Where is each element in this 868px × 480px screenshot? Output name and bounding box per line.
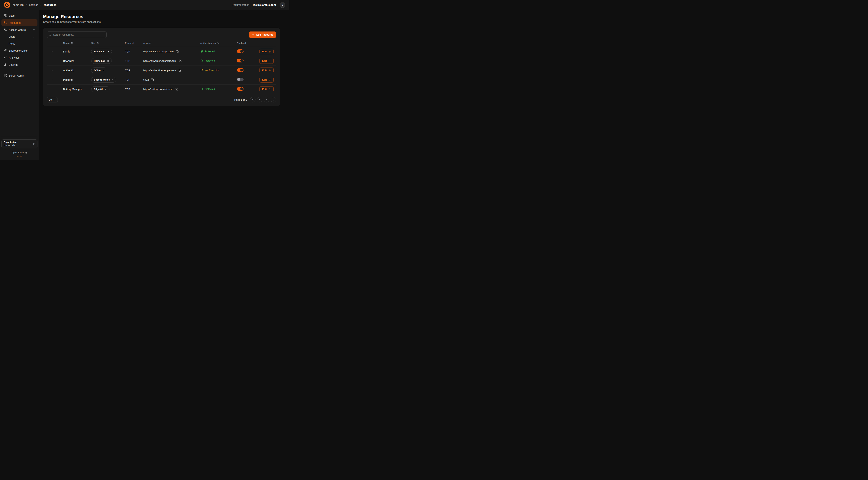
row-menu-button[interactable]	[50, 50, 54, 54]
column-header-enabled: Enabled	[237, 42, 264, 44]
app-logo[interactable]	[4, 2, 10, 8]
shield-off-icon	[200, 69, 203, 71]
add-resource-button[interactable]: Add Resource	[249, 31, 276, 38]
organization-value: Home Lab	[4, 144, 17, 147]
page-size-select[interactable]: 20	[47, 97, 58, 102]
sort-icon	[71, 42, 73, 44]
copy-icon[interactable]	[176, 50, 179, 53]
chevron-right-icon	[33, 35, 35, 38]
row-menu-button[interactable]	[50, 87, 54, 91]
column-header-site[interactable]: Site	[91, 42, 125, 44]
last-page-button[interactable]	[271, 97, 276, 102]
arrow-right-icon	[268, 69, 271, 72]
site-name: Home Lab	[94, 50, 105, 53]
external-link-icon	[25, 152, 27, 154]
column-label: Authentication	[200, 42, 216, 44]
open-source-link[interactable]: Open Source	[1, 151, 37, 154]
sidebar-item-label: Shareable Links	[9, 49, 28, 52]
site-name: Edge 01	[94, 88, 103, 90]
breadcrumb-settings[interactable]: settings	[29, 3, 38, 6]
site-link-button[interactable]: Home Lab	[91, 49, 112, 54]
arrow-right-icon	[268, 60, 271, 62]
page-title: Manage Resources	[43, 14, 280, 19]
edit-button[interactable]: Edit	[259, 49, 274, 54]
protocol-value: TCP	[125, 50, 143, 53]
sidebar-item-settings[interactable]: Settings	[1, 61, 37, 68]
row-menu-button[interactable]	[50, 68, 54, 72]
site-name: Home Lab	[94, 60, 105, 62]
sidebar-item-label: Users	[8, 35, 16, 38]
row-menu-button[interactable]	[50, 78, 54, 82]
sidebar-item-shareable-links[interactable]: Shareable Links	[1, 47, 37, 54]
organization-selector[interactable]: Organization Home Lab	[1, 139, 37, 148]
sidebar-item-access-control[interactable]: Access Control	[1, 26, 37, 33]
enabled-toggle[interactable]	[237, 87, 244, 91]
column-label: Protocol	[125, 42, 134, 44]
toggle-knob	[237, 78, 240, 81]
edit-label: Edit	[262, 50, 267, 53]
edit-button[interactable]: Edit	[259, 67, 274, 73]
breadcrumb-resources[interactable]: resources	[44, 3, 56, 6]
enabled-toggle[interactable]	[237, 68, 244, 72]
site-link-button[interactable]: Home Lab	[91, 58, 112, 64]
edit-button[interactable]: Edit	[259, 58, 274, 64]
toggle-knob	[240, 69, 243, 71]
enabled-toggle[interactable]	[237, 50, 244, 53]
site-name: Second Office	[94, 79, 110, 81]
first-page-button[interactable]	[250, 97, 255, 102]
edit-button[interactable]: Edit	[259, 86, 274, 92]
previous-page-button[interactable]	[257, 97, 262, 102]
site-link-button[interactable]: Office	[91, 67, 107, 73]
site-link-button[interactable]: Second Office	[91, 77, 116, 83]
sidebar-item-sites[interactable]: Sites	[1, 12, 37, 19]
sidebar-item-resources[interactable]: Resources	[1, 19, 37, 26]
resources-card: Add Resource Name Site Protoco	[43, 28, 280, 106]
edit-button[interactable]: Edit	[259, 77, 274, 83]
sidebar-item-roles[interactable]: Roles	[1, 40, 37, 47]
sidebar-item-users[interactable]: Users	[1, 33, 37, 40]
sidebar: Sites Resources Access Control Users	[0, 10, 39, 160]
toggle-knob	[240, 87, 243, 90]
edit-label: Edit	[262, 79, 267, 81]
column-label: Site	[91, 42, 95, 44]
shield-check-icon	[200, 50, 203, 53]
column-header-authentication[interactable]: Authentication	[200, 42, 237, 44]
version-label: v1.3.0	[1, 155, 37, 157]
search-input[interactable]	[47, 31, 106, 38]
column-header-name[interactable]: Name	[63, 42, 91, 44]
copy-icon[interactable]	[175, 87, 179, 91]
grid-icon	[4, 14, 7, 17]
sidebar-item-api-keys[interactable]: API Keys	[1, 54, 37, 61]
row-menu-button[interactable]	[50, 59, 54, 63]
next-page-button[interactable]	[264, 97, 269, 102]
sidebar-item-server-admin[interactable]: Server Admin	[1, 72, 37, 79]
resource-name: Postgres	[63, 79, 91, 81]
pagination-bar: 20 Page 1 of 1	[47, 97, 276, 102]
resource-name: Immich	[63, 50, 91, 53]
site-link-button[interactable]: Edge 01	[91, 86, 110, 92]
protocol-value: TCP	[125, 88, 143, 91]
copy-icon[interactable]	[178, 69, 181, 72]
auth-status-label: -	[200, 79, 201, 81]
resource-name: Authentik	[63, 69, 91, 72]
arrow-up-right-icon	[111, 79, 114, 81]
copy-icon[interactable]	[151, 78, 154, 82]
resources-table: Name Site Protocol Access Authenticati	[47, 41, 276, 94]
column-header-protocol: Protocol	[125, 42, 143, 44]
user-email[interactable]: joe@example.com	[253, 3, 276, 6]
auth-status-badge: -	[200, 79, 201, 81]
arrow-right-icon	[268, 88, 271, 90]
access-value: https://immich.example.com	[143, 50, 174, 53]
page-size-value: 20	[49, 98, 52, 101]
search-container	[47, 31, 106, 38]
arrow-right-icon	[268, 79, 271, 81]
server-icon	[4, 74, 7, 77]
documentation-link[interactable]: Documentation	[232, 3, 250, 6]
avatar[interactable]: J	[280, 2, 285, 8]
copy-icon[interactable]	[178, 59, 182, 63]
access-value: https://bitwarden.example.com	[143, 60, 177, 62]
auth-status-badge: Protected	[200, 59, 215, 62]
enabled-toggle[interactable]	[237, 59, 244, 62]
enabled-toggle[interactable]	[237, 78, 244, 81]
breadcrumb-org[interactable]: home-lab	[13, 3, 24, 6]
